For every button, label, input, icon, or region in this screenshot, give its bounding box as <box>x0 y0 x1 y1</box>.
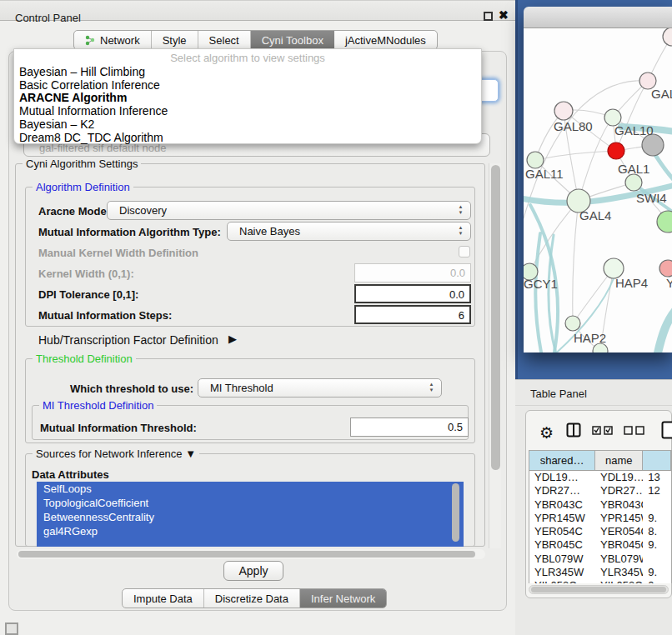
aracne-mode-combo[interactable]: Discovery ▲▼ <box>107 201 471 220</box>
network-window-titlebar[interactable] <box>524 7 672 28</box>
kernel-width-field[interactable]: 0.0 <box>354 263 471 282</box>
which-threshold-combo[interactable]: MI Threshold ▲▼ <box>198 378 442 398</box>
tab-discretize-data[interactable]: Discretize Data <box>204 589 300 608</box>
attributes-vscrollbar-thumb[interactable] <box>452 483 459 542</box>
tab-jactivemnodules[interactable]: jActiveMNodules <box>334 31 437 49</box>
table-row[interactable]: YER054CYER054C8. <box>529 525 671 538</box>
expand-arrow-icon[interactable]: ▶ <box>228 332 237 345</box>
table-cell: YER054C <box>595 525 643 538</box>
mi-steps-label: Mutual Information Steps: <box>38 309 172 322</box>
tab-style[interactable]: Style <box>152 31 198 49</box>
attribute-item[interactable]: gal4RGexp <box>37 524 464 538</box>
network-node-y[interactable] <box>659 260 672 277</box>
columns-icon[interactable] <box>566 422 581 438</box>
tab-cyni-toolbox[interactable]: Cyni Toolbox <box>251 31 334 49</box>
table-column-header[interactable]: shared… <box>529 451 595 470</box>
table-row[interactable]: YIL053CYIL053C0 <box>529 579 671 583</box>
manual-kernel-checkbox[interactable] <box>459 246 470 258</box>
bottom-strip <box>0 611 515 635</box>
table-cell <box>643 498 671 512</box>
tab-jactivemnodules-label: jActiveMNodules <box>345 34 426 47</box>
aracne-mode-value: Discovery <box>119 204 167 217</box>
settings-hscrollbar-thumb[interactable] <box>18 551 475 558</box>
mi-type-combo[interactable]: Naive Bayes ▲▼ <box>227 222 471 241</box>
table-cell: YBR043C <box>529 498 595 512</box>
algorithm-option[interactable]: Bayesian – K2 <box>14 118 481 132</box>
manual-kernel-label: Manual Kernel Width Definition <box>38 247 198 259</box>
settings-vscrollbar-track[interactable] <box>489 163 501 548</box>
attribute-item[interactable]: BetweennessCentrality <box>37 510 464 524</box>
close-panel-icon[interactable]: ✖ <box>499 8 509 22</box>
tab-select[interactable]: Select <box>198 31 251 49</box>
attribute-item[interactable]: SelfLoops <box>37 482 464 496</box>
table-column-header[interactable]: name <box>595 451 643 470</box>
tab-style-label: Style <box>163 34 187 47</box>
float-panel-icon[interactable] <box>484 12 493 21</box>
tab-select-label: Select <box>209 34 239 47</box>
network-node-gal11[interactable] <box>527 152 544 168</box>
table-cell: YBR045C <box>595 538 643 552</box>
which-threshold-label: Which threshold to use: <box>70 382 193 395</box>
tab-discretize-data-label: Discretize Data <box>215 592 288 605</box>
algorithm-option[interactable]: Mutual Information Inference <box>14 105 481 118</box>
control-panel-tab-bar: Network Style Select Cyni Toolbox jActiv… <box>73 30 438 50</box>
table-cell: YIL053C <box>529 579 595 583</box>
table-row[interactable]: YBL079WYBL079W <box>529 552 671 566</box>
table-hscrollbar-thumb[interactable] <box>531 587 666 592</box>
network-node-gal80[interactable] <box>554 102 573 120</box>
tab-impute-data-label: Impute Data <box>133 592 193 605</box>
table-row[interactable]: YBR043CYBR043C <box>529 498 671 512</box>
which-threshold-value: MI Threshold <box>210 382 273 394</box>
table-cell: 8. <box>643 525 671 538</box>
new-table-icon[interactable] <box>661 421 672 439</box>
settings-hscrollbar-track[interactable] <box>17 549 485 559</box>
table-header-row: shared…name <box>529 451 671 471</box>
algorithm-option[interactable]: ARACNE Algorithm <box>14 92 481 105</box>
stepper-arrows-icon: ▲▼ <box>457 225 464 237</box>
table-hscrollbar-track[interactable] <box>529 585 669 594</box>
apply-button[interactable]: Apply <box>223 561 283 581</box>
algorithm-option[interactable]: Dream8 DC_TDC Algorithm <box>14 132 481 145</box>
algorithm-option[interactable]: Bayesian – Hill Climbing <box>14 66 481 79</box>
network-node-hap2[interactable] <box>565 316 580 331</box>
network-node-swi4[interactable] <box>625 174 642 191</box>
mi-threshold-label: Mutual Information Threshold: <box>40 422 197 434</box>
table-row[interactable]: YPR145WYPR145W9. <box>529 512 671 525</box>
table-row[interactable]: YDR27…YDR27…12 <box>529 484 671 498</box>
table-cell: 13 <box>643 471 671 484</box>
table-cell: YDR27… <box>529 484 595 498</box>
data-attributes-list[interactable]: SelfLoopsTopologicalCoefficientBetweenne… <box>37 482 464 547</box>
tab-infer-network[interactable]: Infer Network <box>300 589 386 608</box>
select-all-checkboxes-icon[interactable] <box>592 426 614 435</box>
network-node[interactable] <box>657 211 672 232</box>
settings-vscrollbar-thumb[interactable] <box>491 165 500 470</box>
tab-network[interactable]: Network <box>74 31 152 49</box>
table-cell: YDL19… <box>595 471 643 484</box>
attribute-item[interactable]: TopologicalCoefficient <box>37 496 464 510</box>
table-row[interactable]: YLR345WYLR345W9. <box>529 566 671 579</box>
table-column-header[interactable] <box>643 451 671 470</box>
network-view[interactable]: GALGAL80GAL10GAL1GAL11SWI4GAL4GCY1HAP4YH… <box>524 28 672 352</box>
table-panel-title: Table Panel <box>530 388 587 400</box>
gear-icon[interactable]: ⚙ <box>539 423 554 442</box>
table-cell: 9. <box>643 538 671 552</box>
deselect-checkboxes-icon[interactable] <box>624 426 645 435</box>
collapse-arrow-icon[interactable]: ▼ <box>185 448 196 460</box>
table-row[interactable]: YDL19…YDL19…13 <box>529 471 671 484</box>
node-label: GAL4 <box>579 208 611 222</box>
algorithm-list: Bayesian – Hill ClimbingBasic Correlatio… <box>14 66 481 144</box>
dpi-tolerance-field[interactable]: 0.0 <box>354 284 471 303</box>
table-row[interactable]: YBR045CYBR045C9. <box>529 538 671 552</box>
table-cell: YPR145W <box>529 512 595 525</box>
algorithm-option[interactable]: Basic Correlation Inference <box>14 79 481 92</box>
tab-impute-data[interactable]: Impute Data <box>123 589 204 608</box>
minimized-panel-icon[interactable] <box>5 622 18 635</box>
table-cell: 9. <box>643 512 671 525</box>
table-cell: YBL079W <box>595 552 643 566</box>
network-node[interactable] <box>663 28 672 46</box>
mi-type-value: Naive Bayes <box>239 225 300 238</box>
network-node-gal1[interactable] <box>608 142 624 159</box>
node-table: shared…name YDL19…YDL19…13YDR27…YDR27…12… <box>529 450 672 583</box>
mi-steps-field[interactable]: 6 <box>354 305 471 324</box>
mi-threshold-field[interactable]: 0.5 <box>350 418 469 437</box>
